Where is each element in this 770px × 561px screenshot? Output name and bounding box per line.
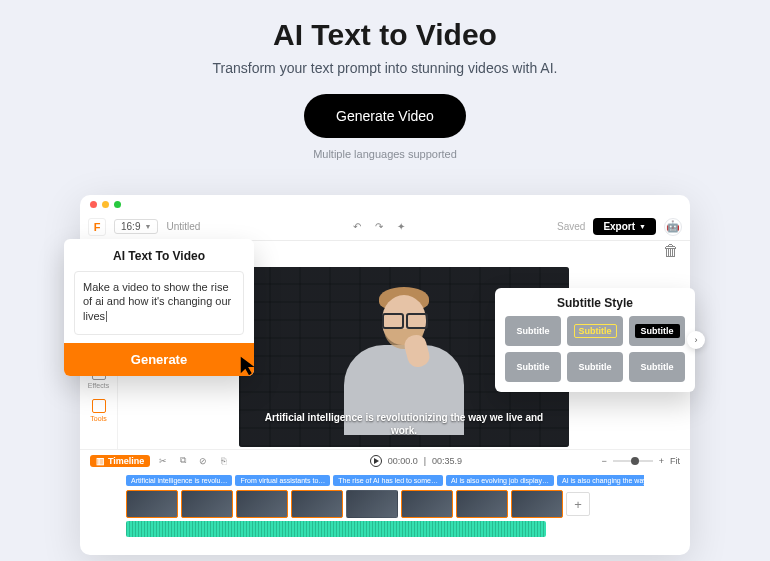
- close-dot[interactable]: [90, 201, 97, 208]
- caption-clip[interactable]: Artificial intelligence is revolu…: [126, 475, 232, 486]
- caption-clip[interactable]: AI is also changing the way…: [557, 475, 644, 486]
- video-track[interactable]: +: [126, 490, 644, 518]
- redo-icon[interactable]: ↷: [372, 220, 386, 234]
- preview-caption: Artificial intelligence is revolutionizi…: [239, 412, 569, 437]
- time-total: 00:35.9: [432, 456, 462, 466]
- caption-track[interactable]: Artificial intelligence is revolu… From …: [126, 475, 644, 486]
- hero-title: AI Text to Video: [0, 18, 770, 52]
- aspect-ratio-select[interactable]: 16:9 ▼: [114, 219, 158, 234]
- subtitle-style-option[interactable]: Subtitle: [567, 352, 623, 382]
- ai-prompt-panel: AI Text To Video Make a video to show th…: [64, 239, 254, 376]
- playback-controls: ▥ Timeline ✂ ⧉ ⊘ ⎘ 00:00.0 | 00:35.9 − +…: [80, 449, 690, 471]
- subtitle-style-option[interactable]: Subtitle: [505, 316, 561, 346]
- copy-icon[interactable]: ⧉: [176, 454, 190, 468]
- generate-button[interactable]: Generate: [64, 343, 254, 376]
- editor-topbar: F 16:9 ▼ Untitled ↶ ↷ ✦ Saved Export ▼ 🤖: [80, 213, 690, 241]
- prompt-panel-title: AI Text To Video: [64, 249, 254, 263]
- timeline-tab[interactable]: ▥ Timeline: [90, 455, 150, 467]
- fit-button[interactable]: Fit: [670, 456, 680, 466]
- minimize-dot[interactable]: [102, 201, 109, 208]
- maximize-dot[interactable]: [114, 201, 121, 208]
- app-logo: F: [88, 218, 106, 236]
- cursor-icon: [238, 355, 260, 377]
- subtitle-option-label: Subtitle: [579, 362, 612, 372]
- subtitle-option-label: Subtitle: [517, 362, 550, 372]
- chevron-down-icon: ▼: [144, 223, 151, 230]
- subtitle-option-label: Subtitle: [635, 324, 680, 338]
- video-clip[interactable]: [401, 490, 453, 518]
- aspect-ratio-label: 16:9: [121, 221, 140, 232]
- next-styles-button[interactable]: ›: [687, 331, 705, 349]
- project-name[interactable]: Untitled: [166, 221, 200, 232]
- video-clip[interactable]: [511, 490, 563, 518]
- export-button[interactable]: Export ▼: [593, 218, 656, 235]
- video-clip[interactable]: [456, 490, 508, 518]
- subtitle-option-label: Subtitle: [574, 324, 617, 338]
- duplicate-icon[interactable]: ⎘: [216, 454, 230, 468]
- undo-icon[interactable]: ↶: [350, 220, 364, 234]
- subtitle-style-option[interactable]: Subtitle: [629, 316, 685, 346]
- window-titlebar: [80, 195, 690, 213]
- video-clip[interactable]: [236, 490, 288, 518]
- timeline-tracks[interactable]: Artificial intelligence is revolu… From …: [80, 471, 690, 537]
- history-icon[interactable]: ✦: [394, 220, 408, 234]
- video-clip[interactable]: [346, 490, 398, 518]
- time-sep: |: [424, 456, 426, 466]
- sidebar-item-tools[interactable]: Tools: [90, 399, 106, 422]
- video-clip[interactable]: [181, 490, 233, 518]
- subtitle-option-label: Subtitle: [517, 326, 550, 336]
- subtitle-option-label: Subtitle: [641, 362, 674, 372]
- trash-icon[interactable]: 🗑: [664, 244, 678, 258]
- zoom-slider[interactable]: [613, 460, 653, 462]
- video-clip[interactable]: [126, 490, 178, 518]
- caption-clip[interactable]: The rise of AI has led to some…: [333, 475, 443, 486]
- subtitle-style-option[interactable]: Subtitle: [567, 316, 623, 346]
- zoom-plus[interactable]: +: [659, 456, 664, 466]
- sidebar-label: Tools: [90, 415, 106, 422]
- generate-video-button[interactable]: Generate Video: [304, 94, 466, 138]
- glasses-icon: [382, 313, 428, 325]
- export-label: Export: [603, 221, 635, 232]
- cut-icon[interactable]: ✂: [156, 454, 170, 468]
- video-clip[interactable]: [291, 490, 343, 518]
- tools-icon: [92, 399, 106, 413]
- hero-note: Multiple languages supported: [0, 148, 770, 160]
- audio-track[interactable]: [126, 521, 546, 537]
- hero-subtitle: Transform your text prompt into stunning…: [0, 60, 770, 76]
- zoom-minus[interactable]: −: [601, 456, 606, 466]
- prompt-textarea[interactable]: Make a video to show the rise of ai and …: [74, 271, 244, 335]
- subtitle-style-option[interactable]: Subtitle: [629, 352, 685, 382]
- play-button[interactable]: [370, 455, 382, 467]
- subtitle-style-option[interactable]: Subtitle: [505, 352, 561, 382]
- caption-clip[interactable]: From virtual assistants to…: [235, 475, 330, 486]
- subtitle-panel-title: Subtitle Style: [505, 296, 685, 310]
- delete-icon[interactable]: ⊘: [196, 454, 210, 468]
- sidebar-label: Effects: [88, 382, 109, 389]
- subtitle-style-panel: Subtitle Style Subtitle Subtitle Subtitl…: [495, 288, 695, 392]
- chevron-down-icon: ▼: [639, 223, 646, 230]
- text-cursor-icon: [106, 311, 107, 322]
- timeline-tab-label: Timeline: [108, 456, 144, 466]
- time-current: 00:00.0: [388, 456, 418, 466]
- saved-status: Saved: [557, 221, 585, 232]
- add-clip-button[interactable]: +: [566, 492, 590, 516]
- user-avatar[interactable]: 🤖: [664, 218, 682, 236]
- caption-clip[interactable]: AI is also evolving job display…: [446, 475, 554, 486]
